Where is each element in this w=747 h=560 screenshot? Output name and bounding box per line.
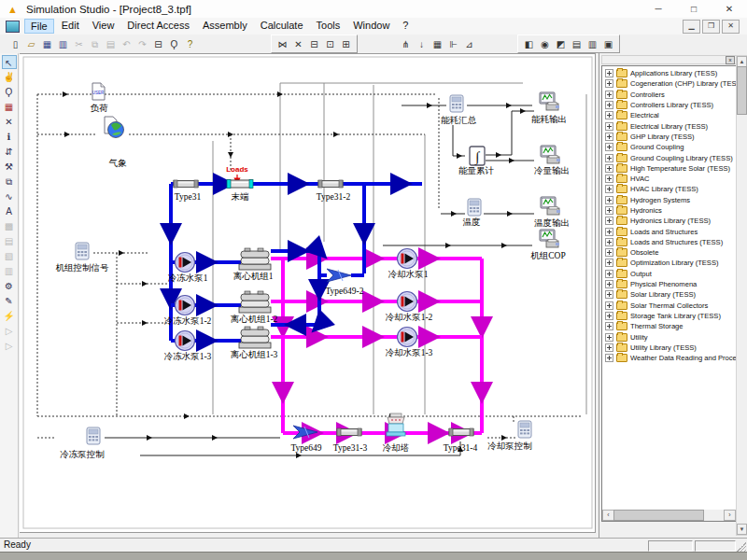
expand-icon[interactable]	[605, 312, 613, 320]
label-cw-pump-1-2[interactable]: 冷却水泵1-2	[386, 313, 433, 322]
menu-direct-access[interactable]: Direct Access	[121, 19, 195, 34]
menu-edit[interactable]: Edit	[56, 19, 85, 34]
save-all-icon[interactable]: ▥	[56, 37, 70, 51]
library-item-storage-tank-library-tess[interactable]: Storage Tank Library (TESS)	[602, 311, 736, 321]
library-item-loads-and-structures[interactable]: Loads and Structures	[602, 226, 736, 236]
copy-icon[interactable]: ⧉	[88, 37, 102, 51]
component-type31-pipe[interactable]	[174, 180, 198, 188]
zoom-x-icon[interactable]: ✕	[291, 37, 305, 51]
component-chiller-1-3[interactable]	[239, 327, 271, 348]
component-terminal-unit[interactable]	[227, 180, 253, 189]
order-tool[interactable]: ⇵	[2, 145, 17, 159]
label-cooling-tower[interactable]: 冷却塔	[383, 443, 410, 453]
label-cooling-output[interactable]: 冷量输出	[534, 166, 570, 175]
component-type649-2-diverter[interactable]	[327, 269, 351, 282]
component-type31-2-pipe[interactable]	[318, 180, 343, 188]
expand-icon[interactable]	[605, 143, 613, 151]
expand-icon[interactable]	[605, 164, 613, 173]
expand-icon[interactable]	[605, 175, 613, 183]
menu-window[interactable]: Window	[347, 19, 395, 34]
component-load-file[interactable]: USER	[92, 83, 105, 100]
label-type31-3[interactable]: Type31-3	[333, 443, 367, 453]
menu-file[interactable]: File	[24, 19, 54, 34]
component-cop-output-printer[interactable]	[540, 230, 559, 247]
frame-tool-4[interactable]: ▥	[2, 264, 17, 278]
expand-icon[interactable]	[605, 290, 613, 299]
library-item-hydrogen-systems[interactable]: Hydrogen Systems	[602, 195, 736, 205]
component-temperature-calculator[interactable]	[468, 199, 481, 216]
cut-icon[interactable]: ✂	[72, 37, 86, 51]
library-item-output[interactable]: Output	[602, 269, 736, 279]
library-item-controllers-library-tess[interactable]: Controllers Library (TESS)	[602, 100, 736, 110]
library-item-loads-and-structures-tess[interactable]: Loads and Structures (TESS)	[602, 237, 736, 247]
library-item-obsolete[interactable]: Obsolete	[602, 247, 736, 258]
component-cw-pump-1[interactable]	[398, 249, 417, 269]
library-item-electrical-library-tess[interactable]: Electrical Library (TESS)	[602, 120, 736, 131]
component-cooling-tower[interactable]	[387, 413, 405, 436]
library-item-weather-data-reading-and-process[interactable]: Weather Data Reading and Process	[602, 353, 736, 363]
library-item-solar-thermal-collectors[interactable]: Solar Thermal Collectors	[602, 301, 736, 311]
expand-icon[interactable]	[605, 217, 613, 225]
library-item-applications-library-tess[interactable]: Applications Library (TESS)	[602, 68, 736, 78]
zoom-page-icon[interactable]: ⊡	[323, 37, 337, 51]
expand-icon[interactable]	[605, 91, 613, 99]
expand-icon[interactable]	[605, 248, 613, 257]
label-energy-output[interactable]: 能耗输出	[531, 115, 567, 124]
slope-icon[interactable]: ⊿	[462, 37, 476, 51]
pan-tool[interactable]: ✌	[2, 70, 17, 84]
library-item-utility[interactable]: Utility	[602, 331, 736, 342]
layer-2-icon[interactable]: ◉	[538, 37, 552, 51]
label-cw-pump-control[interactable]: 冷却泵控制	[487, 441, 532, 451]
label-chiller-1-3[interactable]: 离心机组1-3	[231, 350, 278, 359]
label-load[interactable]: 负荷	[91, 104, 108, 113]
menu-?[interactable]: ?	[397, 19, 414, 34]
library-item-electrical[interactable]: Electrical	[602, 110, 736, 120]
label-type31[interactable]: Type31	[175, 192, 201, 202]
hscroll-thumb[interactable]	[613, 510, 704, 521]
zoom-out-icon[interactable]: ⊟	[307, 37, 321, 51]
redo-icon[interactable]: ↷	[135, 37, 149, 51]
label-chiller-1-2[interactable]: 离心机组1-2	[231, 315, 278, 324]
component-temperature-output-printer[interactable]	[541, 197, 560, 215]
delete-tool[interactable]: ✕	[2, 115, 17, 129]
sheet-2-icon[interactable]: ▥	[585, 37, 599, 51]
component-energy-integrator[interactable]	[470, 147, 485, 165]
library-item-solar-library-tess[interactable]: Solar Library (TESS)	[602, 289, 736, 300]
frame-tool-3[interactable]: ▧	[2, 249, 17, 263]
label-unit-cop[interactable]: 机组COP	[530, 251, 565, 260]
label-type649[interactable]: Type649	[290, 443, 321, 453]
label-unit-control-signal[interactable]: 机组控制信号	[56, 263, 109, 273]
label-energy-summary[interactable]: 能耗汇总	[441, 116, 476, 125]
component-type31-3-pipe[interactable]	[337, 428, 361, 436]
label-cw-pump-1-3[interactable]: 冷却水泵1-3	[386, 348, 433, 357]
library-item-hvac[interactable]: HVAC	[602, 174, 736, 184]
label-energy-integrator[interactable]: 能量累计	[458, 166, 494, 175]
print-preview-icon[interactable]: Ϙ	[167, 37, 181, 51]
component-chiller-1[interactable]	[239, 248, 271, 270]
expand-icon[interactable]	[605, 322, 613, 330]
library-item-ground-coupling[interactable]: Ground Coupling	[602, 142, 736, 152]
duplicate-tool[interactable]: ⧉	[2, 175, 17, 189]
probe-icon[interactable]: ⊩	[446, 37, 460, 51]
library-item-hydronics[interactable]: Hydronics	[602, 205, 736, 216]
label-cw-pump-1[interactable]: 冷却水泵1	[388, 270, 429, 279]
component-cw-pump-control-calculator[interactable]	[518, 421, 531, 438]
close-button[interactable]: ✕	[712, 0, 747, 18]
expand-icon[interactable]	[605, 69, 613, 77]
component-cooling-output-printer[interactable]	[541, 146, 560, 163]
component-cw-pump-1-2[interactable]	[398, 292, 417, 312]
label-temperature[interactable]: 温度	[463, 217, 481, 227]
fit-window-icon[interactable]: ⋈	[275, 37, 289, 51]
expand-icon[interactable]	[605, 206, 613, 215]
expand-icon[interactable]	[605, 133, 613, 141]
label-weather[interactable]: 气象	[109, 159, 127, 168]
expand-icon[interactable]	[605, 101, 613, 109]
minimize-button[interactable]: ─	[641, 0, 676, 18]
zoom-tool[interactable]: Ϙ	[2, 85, 17, 99]
layer-3-icon[interactable]: ◩	[554, 37, 568, 51]
menu-view[interactable]: View	[87, 19, 120, 34]
palette-tool[interactable]: ▦	[2, 100, 17, 114]
expand-icon[interactable]	[605, 122, 613, 131]
mdi-minimize-button[interactable]: ▁	[683, 20, 700, 34]
library-item-hydronics-library-tess[interactable]: Hydronics Library (TESS)	[602, 216, 736, 226]
